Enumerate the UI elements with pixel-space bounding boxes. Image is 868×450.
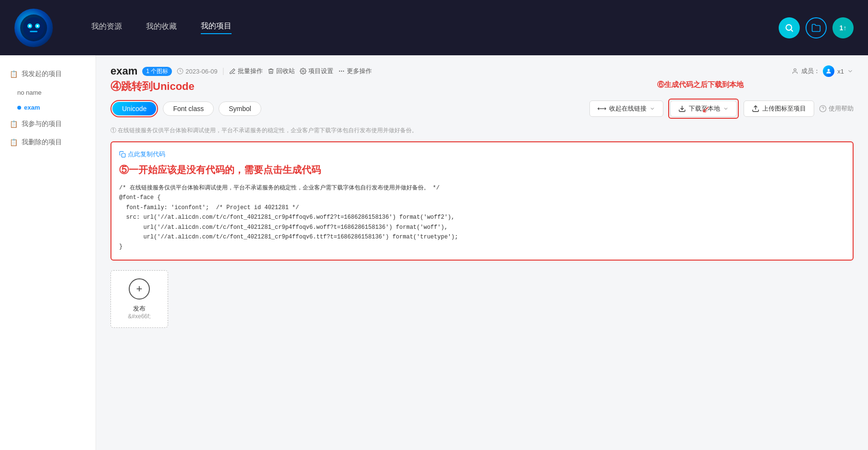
project-noname[interactable]: no name — [0, 85, 96, 100]
members-area: 成员： x1 — [792, 65, 854, 77]
collect-link-label: 收起在线链接 — [609, 104, 647, 113]
step6-annotation: ⑥生成代码之后下载到本地 — [657, 80, 744, 89]
collect-link-button[interactable]: 收起在线链接 — [589, 100, 663, 117]
header: 我的资源 我的收藏 我的项目 1↑ — [0, 0, 868, 55]
batch-action-link[interactable]: 批量操作 — [229, 67, 263, 75]
folder-button[interactable] — [806, 17, 827, 38]
joined-projects-label: 我参与的项目 — [22, 120, 62, 128]
help-link[interactable]: 使用帮助 — [819, 104, 854, 113]
unicode-tab-wrapper: Unicode — [110, 100, 158, 117]
notice-bar: ① 在线链接服务仅供平台体验和调试使用，平台不承诺服务的稳定性，企业客户需下载字… — [110, 125, 854, 137]
logo-svg — [19, 13, 48, 42]
help-icon — [819, 105, 827, 112]
tab-unicode[interactable]: Unicode — [112, 102, 156, 115]
download-icon — [678, 105, 686, 112]
settings-link[interactable]: 项目设置 — [300, 67, 333, 75]
svg-point-12 — [343, 71, 343, 71]
deleted-projects-icon: 📋 — [10, 138, 18, 146]
sidebar-item-my-projects[interactable]: 📋 我发起的项目 — [0, 65, 96, 83]
my-projects-label: 我发起的项目 — [22, 70, 62, 78]
main-layout: 📋 我发起的项目 no name exam 📋 我参与的项目 📋 我删除的项目 … — [0, 55, 868, 450]
chevron-down-icon — [649, 106, 655, 112]
code-area: 点此复制代码 ⑤一开始应该是没有代码的，需要点击生成代码 /* 在线链接服务仅供… — [110, 141, 854, 261]
nav-my-resources[interactable]: 我的资源 — [91, 22, 122, 34]
copy-code-label: 点此复制代码 — [128, 150, 165, 159]
sidebar: 📋 我发起的项目 no name exam 📋 我参与的项目 📋 我删除的项目 — [0, 55, 96, 450]
members-label: 成员： — [801, 67, 820, 75]
my-projects-icon: 📋 — [10, 70, 18, 78]
deleted-projects-label: 我删除的项目 — [22, 138, 62, 147]
project-date: 2023-06-09 — [177, 68, 218, 75]
sidebar-item-deleted-projects[interactable]: 📋 我删除的项目 — [0, 133, 96, 151]
joined-projects-icon: 📋 — [10, 120, 18, 128]
main-nav: 我的资源 我的收藏 我的项目 — [91, 21, 232, 34]
tab-symbol[interactable]: Symbol — [219, 101, 261, 116]
search-button[interactable] — [779, 17, 800, 38]
download-btn-wrapper: 下载至本地 ⑥生成代码之后下载到本地 ↙ — [668, 99, 739, 119]
step6-arrow: ↙ — [702, 103, 710, 115]
more-actions-link[interactable]: 更多操作 — [338, 67, 372, 75]
copy-icon — [119, 151, 126, 158]
tab-row: Unicode Font class Symbol 收起在线链接 — [110, 99, 854, 119]
upload-icon — [752, 105, 759, 112]
svg-point-15 — [828, 69, 830, 71]
code-block: /* 在线链接服务仅供平台体验和调试使用，平台不承诺服务的稳定性，企业客户需下载… — [119, 183, 845, 252]
svg-rect-6 — [30, 31, 37, 32]
sidebar-item-joined-projects[interactable]: 📋 我参与的项目 — [0, 115, 96, 133]
icon-card-code: &#xe66f; — [128, 313, 150, 320]
svg-point-4 — [29, 25, 31, 27]
svg-point-7 — [786, 25, 792, 30]
project-list: no name exam — [0, 85, 96, 115]
icon-count-badge: 1 个图标 — [142, 67, 172, 76]
user-button[interactable]: 1↑ — [832, 17, 854, 38]
chevron-down-icon — [847, 68, 854, 75]
recycle-link[interactable]: 回收站 — [268, 67, 295, 75]
project-title: exam — [110, 65, 137, 77]
tab-fontclass[interactable]: Font class — [163, 101, 214, 116]
link-icon — [598, 106, 606, 112]
svg-point-5 — [37, 25, 38, 27]
svg-point-11 — [341, 71, 342, 71]
svg-point-14 — [794, 69, 796, 71]
content-area: exam 1 个图标 2023-06-09 | 批量操作 回收站 项目设置 — [96, 55, 868, 450]
icon-card-publish[interactable]: + 发布 &#xe66f; — [110, 270, 168, 328]
project-header-row: exam 1 个图标 2023-06-09 | 批量操作 回收站 项目设置 — [110, 65, 854, 77]
svg-line-8 — [791, 29, 793, 31]
project-exam[interactable]: exam — [0, 100, 96, 115]
help-label: 使用帮助 — [829, 104, 854, 113]
copy-code-link[interactable]: 点此复制代码 — [119, 150, 845, 159]
upload-icon-button[interactable]: 上传图标至项目 — [744, 100, 814, 117]
add-icon-circle: + — [129, 278, 150, 300]
nav-my-projects[interactable]: 我的项目 — [201, 21, 232, 34]
member-count: x1 — [837, 68, 844, 75]
svg-point-10 — [302, 70, 304, 72]
nav-my-favorites[interactable]: 我的收藏 — [146, 22, 177, 34]
chevron-down-icon2 — [723, 106, 729, 112]
svg-rect-21 — [122, 153, 125, 157]
svg-point-1 — [23, 17, 44, 38]
logo — [14, 9, 53, 47]
upload-icon-label: 上传图标至项目 — [762, 104, 806, 113]
step5-annotation: ⑤一开始应该是没有代码的，需要点击生成代码 — [119, 163, 845, 176]
header-actions: 1↑ — [779, 17, 854, 38]
icon-card-label: 发布 — [133, 304, 146, 313]
svg-point-13 — [339, 71, 340, 71]
project-dot — [17, 106, 21, 110]
member-avatar — [823, 65, 834, 77]
